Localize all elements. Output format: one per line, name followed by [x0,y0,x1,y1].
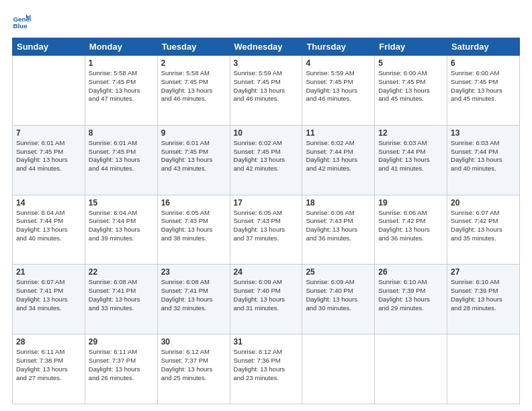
calendar-cell: 27Sunrise: 6:10 AM Sunset: 7:39 PM Dayli… [447,265,520,334]
calendar-header-sunday: Sunday [13,38,85,56]
calendar-week-row: 7Sunrise: 6:01 AM Sunset: 7:45 PM Daylig… [13,125,520,195]
calendar-cell [375,334,447,404]
day-number: 7 [16,128,81,138]
calendar-cell [447,334,520,404]
day-number: 5 [378,58,443,68]
header: General Blue [12,12,520,31]
day-number: 1 [89,58,154,68]
day-number: 18 [306,198,371,208]
day-number: 22 [89,267,154,277]
day-info: Sunrise: 6:10 AM Sunset: 7:39 PM Dayligh… [451,278,516,312]
day-info: Sunrise: 5:59 AM Sunset: 7:45 PM Dayligh… [234,69,299,103]
day-number: 20 [451,198,516,208]
page: General Blue SundayMondayTuesdayWednesda… [0,0,532,411]
day-number: 6 [451,58,516,68]
day-number: 12 [378,128,443,138]
day-info: Sunrise: 6:03 AM Sunset: 7:44 PM Dayligh… [378,139,443,173]
day-info: Sunrise: 6:08 AM Sunset: 7:41 PM Dayligh… [161,278,226,312]
day-info: Sunrise: 6:08 AM Sunset: 7:41 PM Dayligh… [89,278,154,312]
day-info: Sunrise: 6:11 AM Sunset: 7:38 PM Dayligh… [16,348,81,382]
day-info: Sunrise: 6:07 AM Sunset: 7:42 PM Dayligh… [451,209,516,243]
day-info: Sunrise: 6:12 AM Sunset: 7:36 PM Dayligh… [234,348,299,382]
day-info: Sunrise: 6:09 AM Sunset: 7:40 PM Dayligh… [306,278,371,312]
calendar-cell [302,334,375,404]
day-number: 2 [161,58,226,68]
day-number: 17 [234,198,299,208]
day-number: 31 [234,337,299,347]
day-number: 11 [306,128,371,138]
calendar-cell: 16Sunrise: 6:05 AM Sunset: 7:43 PM Dayli… [157,195,230,265]
day-number: 25 [306,267,371,277]
calendar-cell: 3Sunrise: 5:59 AM Sunset: 7:45 PM Daylig… [230,56,302,126]
day-info: Sunrise: 6:01 AM Sunset: 7:45 PM Dayligh… [16,139,81,173]
day-number: 3 [234,58,299,68]
day-number: 19 [378,198,443,208]
calendar-cell: 17Sunrise: 6:05 AM Sunset: 7:43 PM Dayli… [230,195,302,265]
calendar-cell: 15Sunrise: 6:04 AM Sunset: 7:44 PM Dayli… [85,195,157,265]
day-number: 23 [161,267,226,277]
day-info: Sunrise: 6:00 AM Sunset: 7:45 PM Dayligh… [378,69,443,103]
calendar-header-monday: Monday [85,38,157,56]
calendar-week-row: 1Sunrise: 5:58 AM Sunset: 7:45 PM Daylig… [13,56,520,126]
day-info: Sunrise: 6:10 AM Sunset: 7:39 PM Dayligh… [378,278,443,312]
day-number: 4 [306,58,371,68]
day-info: Sunrise: 6:05 AM Sunset: 7:43 PM Dayligh… [234,209,299,243]
calendar-cell: 14Sunrise: 6:04 AM Sunset: 7:44 PM Dayli… [13,195,85,265]
calendar-cell: 2Sunrise: 5:58 AM Sunset: 7:45 PM Daylig… [157,56,230,126]
day-number: 15 [89,198,154,208]
day-info: Sunrise: 6:00 AM Sunset: 7:45 PM Dayligh… [451,69,516,103]
day-info: Sunrise: 6:05 AM Sunset: 7:43 PM Dayligh… [161,209,226,243]
day-info: Sunrise: 6:04 AM Sunset: 7:44 PM Dayligh… [16,209,81,243]
calendar-week-row: 28Sunrise: 6:11 AM Sunset: 7:38 PM Dayli… [13,334,520,404]
day-info: Sunrise: 6:12 AM Sunset: 7:37 PM Dayligh… [161,348,226,382]
day-number: 21 [16,267,81,277]
calendar-table: SundayMondayTuesdayWednesdayThursdayFrid… [12,38,520,404]
day-info: Sunrise: 6:02 AM Sunset: 7:44 PM Dayligh… [306,139,371,173]
day-info: Sunrise: 6:02 AM Sunset: 7:45 PM Dayligh… [234,139,299,173]
day-number: 27 [451,267,516,277]
day-number: 16 [161,198,226,208]
calendar-cell: 21Sunrise: 6:07 AM Sunset: 7:41 PM Dayli… [13,265,85,334]
day-info: Sunrise: 6:11 AM Sunset: 7:37 PM Dayligh… [89,348,154,382]
day-info: Sunrise: 6:03 AM Sunset: 7:44 PM Dayligh… [451,139,516,173]
calendar-cell: 22Sunrise: 6:08 AM Sunset: 7:41 PM Dayli… [85,265,157,334]
calendar-cell: 26Sunrise: 6:10 AM Sunset: 7:39 PM Dayli… [375,265,447,334]
calendar-cell: 25Sunrise: 6:09 AM Sunset: 7:40 PM Dayli… [302,265,375,334]
day-number: 29 [89,337,154,347]
day-number: 10 [234,128,299,138]
day-info: Sunrise: 6:06 AM Sunset: 7:42 PM Dayligh… [378,209,443,243]
svg-text:Blue: Blue [13,22,28,30]
calendar-cell [13,56,85,126]
logo-icon: General Blue [12,12,31,31]
day-number: 13 [451,128,516,138]
logo: General Blue [12,12,34,31]
day-info: Sunrise: 5:59 AM Sunset: 7:45 PM Dayligh… [306,69,371,103]
calendar-cell: 30Sunrise: 6:12 AM Sunset: 7:37 PM Dayli… [157,334,230,404]
day-number: 8 [89,128,154,138]
day-info: Sunrise: 6:06 AM Sunset: 7:43 PM Dayligh… [306,209,371,243]
calendar-cell: 7Sunrise: 6:01 AM Sunset: 7:45 PM Daylig… [13,125,85,195]
calendar-header-tuesday: Tuesday [157,38,230,56]
calendar-cell: 11Sunrise: 6:02 AM Sunset: 7:44 PM Dayli… [302,125,375,195]
calendar-cell: 12Sunrise: 6:03 AM Sunset: 7:44 PM Dayli… [375,125,447,195]
calendar-cell: 1Sunrise: 5:58 AM Sunset: 7:45 PM Daylig… [85,56,157,126]
calendar-cell: 19Sunrise: 6:06 AM Sunset: 7:42 PM Dayli… [375,195,447,265]
calendar-cell: 29Sunrise: 6:11 AM Sunset: 7:37 PM Dayli… [85,334,157,404]
day-info: Sunrise: 6:09 AM Sunset: 7:40 PM Dayligh… [234,278,299,312]
day-number: 26 [378,267,443,277]
calendar-cell: 18Sunrise: 6:06 AM Sunset: 7:43 PM Dayli… [302,195,375,265]
calendar-header-thursday: Thursday [302,38,375,56]
day-info: Sunrise: 5:58 AM Sunset: 7:45 PM Dayligh… [161,69,226,103]
calendar-cell: 8Sunrise: 6:01 AM Sunset: 7:45 PM Daylig… [85,125,157,195]
calendar-body: 1Sunrise: 5:58 AM Sunset: 7:45 PM Daylig… [13,56,520,404]
calendar-cell: 23Sunrise: 6:08 AM Sunset: 7:41 PM Dayli… [157,265,230,334]
day-number: 24 [234,267,299,277]
calendar-header-row: SundayMondayTuesdayWednesdayThursdayFrid… [13,38,520,56]
calendar-cell: 6Sunrise: 6:00 AM Sunset: 7:45 PM Daylig… [447,56,520,126]
calendar-header-wednesday: Wednesday [230,38,302,56]
day-number: 9 [161,128,226,138]
day-number: 28 [16,337,81,347]
calendar-cell: 13Sunrise: 6:03 AM Sunset: 7:44 PM Dayli… [447,125,520,195]
day-info: Sunrise: 5:58 AM Sunset: 7:45 PM Dayligh… [89,69,154,103]
day-info: Sunrise: 6:01 AM Sunset: 7:45 PM Dayligh… [161,139,226,173]
